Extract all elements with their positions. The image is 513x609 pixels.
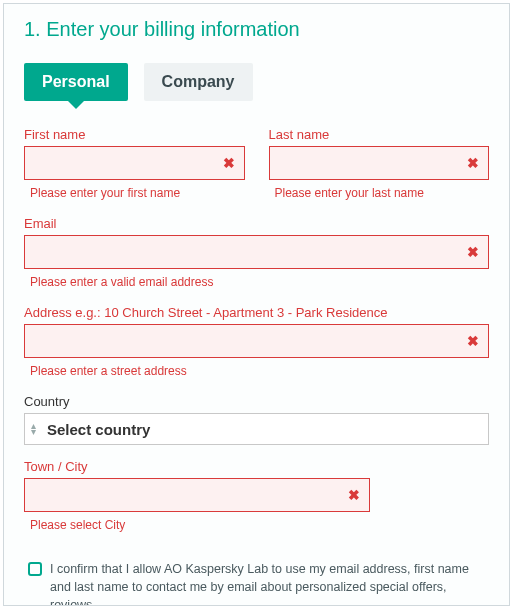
town-field: Town / City ✖ Please select City <box>24 459 489 532</box>
email-input[interactable] <box>24 235 489 269</box>
clear-icon[interactable]: ✖ <box>467 244 479 260</box>
first-name-input[interactable] <box>24 146 245 180</box>
town-label: Town / City <box>24 459 489 474</box>
country-field: Country ▴▾ Select country <box>24 394 489 445</box>
email-error: Please enter a valid email address <box>24 275 489 289</box>
address-error: Please enter a street address <box>24 364 489 378</box>
first-name-error: Please enter your first name <box>24 186 245 200</box>
section-heading: 1. Enter your billing information <box>24 18 489 41</box>
first-name-label: First name <box>24 127 245 142</box>
country-select[interactable]: ▴▾ Select country <box>24 413 489 445</box>
town-error: Please select City <box>24 518 489 532</box>
account-type-tabs: Personal Company <box>24 63 489 101</box>
country-label: Country <box>24 394 489 409</box>
first-name-field: First name ✖ Please enter your first nam… <box>24 127 245 200</box>
billing-form-panel: 1. Enter your billing information Person… <box>3 3 510 606</box>
address-label: Address e.g.: 10 Church Street - Apartme… <box>24 305 489 320</box>
last-name-error: Please enter your last name <box>269 186 490 200</box>
clear-icon[interactable]: ✖ <box>467 333 479 349</box>
clear-icon[interactable]: ✖ <box>348 487 360 503</box>
tab-company[interactable]: Company <box>144 63 253 101</box>
town-input[interactable] <box>24 478 370 512</box>
country-select-value: Select country <box>47 421 150 438</box>
address-input[interactable] <box>24 324 489 358</box>
address-field: Address e.g.: 10 Church Street - Apartme… <box>24 305 489 378</box>
email-field: Email ✖ Please enter a valid email addre… <box>24 216 489 289</box>
chevron-updown-icon: ▴▾ <box>31 423 36 435</box>
consent-row: I confirm that I allow AO Kaspersky Lab … <box>24 560 489 606</box>
last-name-label: Last name <box>269 127 490 142</box>
tab-personal[interactable]: Personal <box>24 63 128 101</box>
last-name-field: Last name ✖ Please enter your last name <box>269 127 490 200</box>
clear-icon[interactable]: ✖ <box>223 155 235 171</box>
email-label: Email <box>24 216 489 231</box>
clear-icon[interactable]: ✖ <box>467 155 479 171</box>
consent-checkbox[interactable] <box>28 562 42 576</box>
consent-text: I confirm that I allow AO Kaspersky Lab … <box>50 560 485 606</box>
last-name-input[interactable] <box>269 146 490 180</box>
